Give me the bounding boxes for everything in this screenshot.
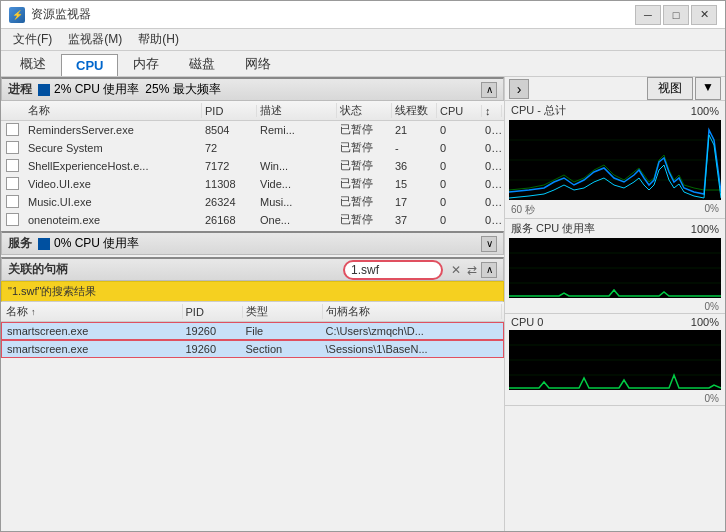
row-checkbox[interactable] — [3, 177, 25, 190]
handles-section-header: 关联的句柄 ✕ ⇄ ∧ — [1, 257, 504, 281]
col-desc[interactable]: 描述 — [257, 103, 337, 118]
row-checkbox[interactable] — [3, 159, 25, 172]
graph-cpu-total-title: CPU - 总计 — [511, 103, 566, 118]
menu-help[interactable]: 帮助(H) — [130, 29, 187, 50]
row-checkbox[interactable] — [3, 195, 25, 208]
row-cpu: 0 — [437, 124, 482, 136]
col-name[interactable]: 名称 — [25, 103, 202, 118]
tab-memory[interactable]: 内存 — [118, 51, 174, 76]
row-checkbox[interactable] — [3, 141, 25, 154]
row-name: RemindersServer.exe — [25, 124, 202, 136]
row-cpu: 0 — [437, 214, 482, 226]
graph-service-cpu-header: 服务 CPU 使用率 100% — [505, 219, 725, 238]
col-threads[interactable]: 线程数 — [392, 103, 437, 118]
cpu0-graph-svg — [509, 330, 721, 390]
services-section-header: 服务 0% CPU 使用率 ∨ — [1, 231, 504, 255]
table-row[interactable]: Secure System 72 已暂停 - 0 0.00 — [1, 139, 504, 157]
handles-search-input[interactable] — [343, 260, 443, 280]
handles-expand-btn[interactable]: ∧ — [481, 262, 497, 278]
graph-service-cpu-footer: 0% — [505, 300, 725, 313]
view-controls: 视图 ▼ — [647, 77, 721, 100]
row-avg: 0.00 — [482, 178, 502, 190]
col-pid[interactable]: PID — [202, 105, 257, 117]
row-desc: Win... — [257, 160, 337, 172]
view-dropdown[interactable]: ▼ — [695, 77, 721, 100]
minimize-button[interactable]: ─ — [635, 5, 661, 25]
menu-monitor[interactable]: 监视器(M) — [60, 29, 130, 50]
list-item[interactable]: smartscreen.exe 19260 File C:\Users\zmqc… — [1, 322, 504, 340]
maximize-button[interactable]: □ — [663, 5, 689, 25]
cpu-total-graph-svg — [509, 120, 721, 200]
graph-service-cpu-pct: 100% — [691, 223, 719, 235]
handle-type: File — [243, 325, 323, 337]
row-name: Secure System — [25, 142, 202, 154]
row-pid: 26324 — [202, 196, 257, 208]
graph-cpu0-footer-right: 0% — [705, 393, 719, 404]
table-row[interactable]: onenoteim.exe 26168 One... 已暂停 37 0 0.00 — [1, 211, 504, 229]
tab-bar: 概述 CPU 内存 磁盘 网络 — [1, 51, 725, 77]
row-avg: 0.00 — [482, 124, 502, 136]
menu-file[interactable]: 文件(F) — [5, 29, 60, 50]
list-item[interactable]: smartscreen.exe 19260 Section \Sessions\… — [1, 340, 504, 358]
col-cpu[interactable]: CPU — [437, 105, 482, 117]
graph-cpu-total-footer-left: 60 秒 — [511, 203, 535, 217]
services-cpu-usage: 0% CPU 使用率 — [54, 235, 139, 252]
row-pid: 11308 — [202, 178, 257, 190]
row-status: 已暂停 — [337, 212, 392, 227]
handles-col-pid[interactable]: PID — [183, 306, 243, 318]
tab-overview[interactable]: 概述 — [5, 51, 61, 76]
table-row[interactable]: Music.UI.exe 26324 Musi... 已暂停 17 0 0.00 — [1, 193, 504, 211]
col-status[interactable]: 状态 — [337, 103, 392, 118]
graph-cpu-total-footer: 60 秒 0% — [505, 202, 725, 218]
main-window: ⚡ 资源监视器 ─ □ ✕ 文件(F) 监视器(M) 帮助(H) 概述 CPU … — [0, 0, 726, 532]
handles-col-name[interactable]: 名称 ↑ — [3, 304, 183, 319]
right-panel-collapse-btn[interactable]: › — [509, 79, 529, 99]
process-title: 进程 — [8, 81, 32, 98]
handles-rows: smartscreen.exe 19260 File C:\Users\zmqc… — [1, 322, 504, 531]
table-row[interactable]: Video.UI.exe 11308 Vide... 已暂停 15 0 0.00 — [1, 175, 504, 193]
table-row[interactable]: ShellExperienceHost.e... 7172 Win... 已暂停… — [1, 157, 504, 175]
handle-name: smartscreen.exe — [4, 343, 183, 355]
row-checkbox[interactable] — [3, 123, 25, 136]
row-pid: 72 — [202, 142, 257, 154]
row-status: 已暂停 — [337, 158, 392, 173]
graph-service-cpu-title: 服务 CPU 使用率 — [511, 221, 595, 236]
graph-cpu0-canvas — [509, 330, 721, 390]
handle-type: Section — [243, 343, 323, 355]
handles-section: 关联的句柄 ✕ ⇄ ∧ "1.swf"的搜索结果 — [1, 255, 504, 531]
tab-network[interactable]: 网络 — [230, 51, 286, 76]
tab-cpu[interactable]: CPU — [61, 54, 118, 76]
graph-service-cpu: 服务 CPU 使用率 100% 0% — [505, 219, 725, 314]
search-go-btn[interactable]: ⇄ — [467, 263, 477, 277]
row-threads: 21 — [392, 124, 437, 136]
graph-cpu0: CPU 0 100% 0% — [505, 314, 725, 406]
services-header-left: 服务 0% CPU 使用率 — [8, 235, 139, 252]
row-avg: 0.00 — [482, 142, 502, 154]
close-button[interactable]: ✕ — [691, 5, 717, 25]
title-bar-left: ⚡ 资源监视器 — [9, 6, 91, 23]
services-expand-btn[interactable]: ∨ — [481, 236, 497, 252]
search-clear-btn[interactable]: ✕ — [451, 263, 461, 277]
service-cpu-graph-svg — [509, 238, 721, 298]
table-row[interactable]: RemindersServer.exe 8504 Remi... 已暂停 21 … — [1, 121, 504, 139]
services-arrows: ∨ — [481, 236, 497, 252]
handles-title: 关联的句柄 — [8, 261, 68, 278]
view-button[interactable]: 视图 — [647, 77, 693, 100]
right-panel-header: › 视图 ▼ — [505, 77, 725, 101]
right-panel: › 视图 ▼ CPU - 总计 100% — [505, 77, 725, 531]
handle-pid: 19260 — [183, 343, 243, 355]
handle-pid: 19260 — [183, 325, 243, 337]
menu-bar: 文件(F) 监视器(M) 帮助(H) — [1, 29, 725, 51]
handles-col-type[interactable]: 类型 — [243, 304, 323, 319]
handle-path: C:\Users\zmqch\D... — [323, 325, 502, 337]
tab-disk[interactable]: 磁盘 — [174, 51, 230, 76]
services-title: 服务 — [8, 235, 32, 252]
row-desc: Remi... — [257, 124, 337, 136]
row-pid: 7172 — [202, 160, 257, 172]
section-expand-btn[interactable]: ∧ — [481, 82, 497, 98]
process-rows: RemindersServer.exe 8504 Remi... 已暂停 21 … — [1, 121, 504, 229]
row-cpu: 0 — [437, 178, 482, 190]
handles-col-handle[interactable]: 句柄名称 — [323, 304, 503, 319]
cpu-indicator: 2% CPU 使用率 — [38, 81, 139, 98]
row-checkbox[interactable] — [3, 213, 25, 226]
